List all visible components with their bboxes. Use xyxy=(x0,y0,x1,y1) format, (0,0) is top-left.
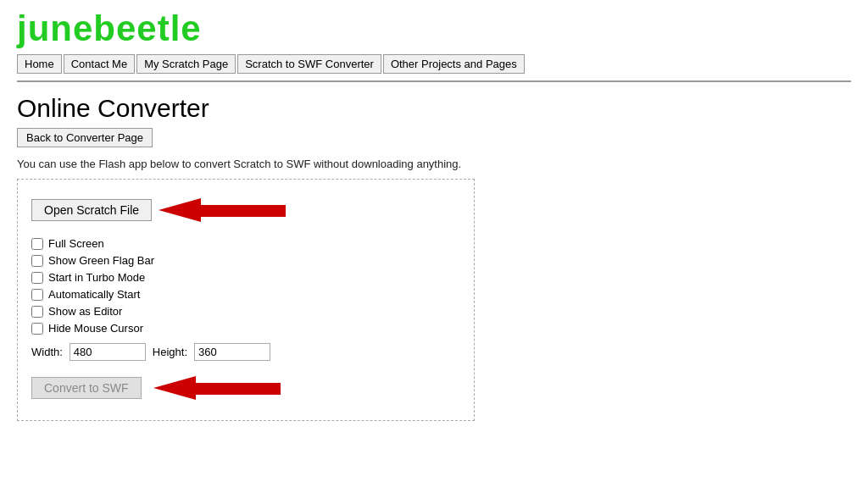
open-scratch-row: Open Scratch File xyxy=(31,191,460,229)
arrow-open-scratch-icon xyxy=(159,191,294,229)
page-description: You can use the Flash app below to conve… xyxy=(17,158,851,170)
nav-contact-me[interactable]: Contact Me xyxy=(64,54,135,74)
width-input[interactable] xyxy=(70,343,146,361)
height-label: Height: xyxy=(153,346,187,358)
checkbox-turbomode[interactable] xyxy=(31,272,43,284)
checkbox-greenflagbar-row: Show Green Flag Bar xyxy=(31,254,460,267)
checkbox-fullscreen-label: Full Screen xyxy=(48,237,104,250)
checkboxes-container: Full Screen Show Green Flag Bar Start in… xyxy=(31,237,460,335)
nav-my-scratch-page[interactable]: My Scratch Page xyxy=(136,54,236,74)
site-logo: junebeetle xyxy=(17,8,851,49)
arrow-convert-icon xyxy=(153,369,289,407)
checkbox-fullscreen[interactable] xyxy=(31,238,43,250)
checkbox-hidemouse-label: Hide Mouse Cursor xyxy=(48,322,143,335)
svg-rect-0 xyxy=(201,205,286,217)
nav-scratch-to-swf[interactable]: Scratch to SWF Converter xyxy=(237,54,381,74)
svg-marker-1 xyxy=(159,198,201,222)
svg-marker-3 xyxy=(153,376,196,400)
width-label: Width: xyxy=(31,346,63,358)
checkbox-hidemouse-row: Hide Mouse Cursor xyxy=(31,322,460,335)
checkbox-turbomode-label: Start in Turbo Mode xyxy=(48,271,145,284)
svg-rect-2 xyxy=(196,383,281,395)
checkbox-greenflagbar[interactable] xyxy=(31,255,43,267)
checkbox-editor[interactable] xyxy=(31,306,43,318)
converter-area: Open Scratch File Full Screen Show Green… xyxy=(17,179,475,421)
open-scratch-file-button[interactable]: Open Scratch File xyxy=(31,199,152,221)
convert-row: Convert to SWF xyxy=(31,369,460,407)
checkbox-hidemouse[interactable] xyxy=(31,323,43,335)
checkbox-editor-row: Show as Editor xyxy=(31,305,460,318)
height-input[interactable] xyxy=(194,343,270,361)
checkbox-turbomode-row: Start in Turbo Mode xyxy=(31,271,460,284)
dimensions-row: Width: Height: xyxy=(31,343,460,361)
checkbox-greenflagbar-label: Show Green Flag Bar xyxy=(48,254,154,267)
nav-bar: Home Contact Me My Scratch Page Scratch … xyxy=(17,54,851,82)
checkbox-autostart-label: Automatically Start xyxy=(48,288,140,301)
checkbox-editor-label: Show as Editor xyxy=(48,305,122,318)
nav-other-projects[interactable]: Other Projects and Pages xyxy=(383,54,525,74)
page-title: Online Converter xyxy=(17,94,851,123)
nav-home[interactable]: Home xyxy=(17,54,62,74)
checkbox-fullscreen-row: Full Screen xyxy=(31,237,460,250)
checkbox-autostart-row: Automatically Start xyxy=(31,288,460,301)
convert-to-swf-button[interactable]: Convert to SWF xyxy=(31,377,142,399)
back-to-converter-button[interactable]: Back to Converter Page xyxy=(17,128,153,147)
checkbox-autostart[interactable] xyxy=(31,289,43,301)
